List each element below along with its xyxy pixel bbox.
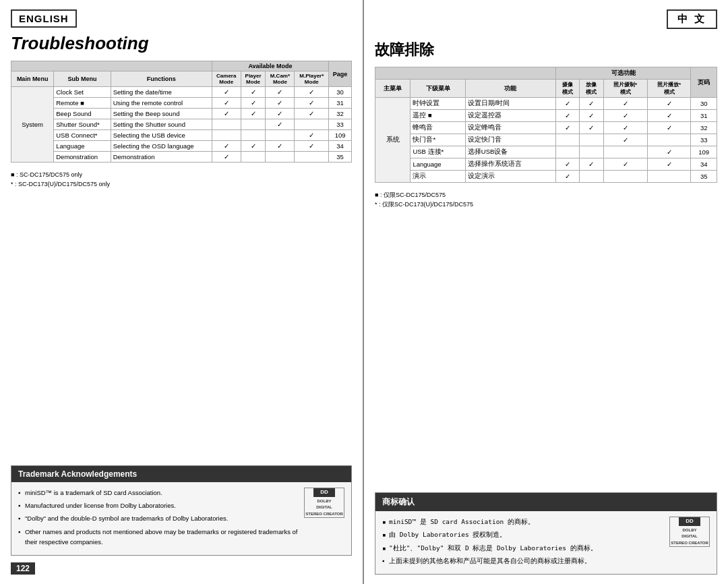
- trademark-item-2: "Dolby" and the double-D symbol are trad…: [18, 513, 299, 523]
- cn-submenu: USB 连接*: [411, 146, 465, 158]
- en-function: Using the remote control: [111, 98, 212, 109]
- trademark-text-en: miniSD™ is a trademark of SD card Associ…: [18, 488, 299, 550]
- en-submenu: USB Connect*: [54, 130, 111, 141]
- trademark-box-cn: 商标确认 miniSD™ 是 SD card Association 的商标。 …: [375, 492, 717, 575]
- trademark-title-en: Trademark Acknowledgements: [11, 466, 351, 482]
- en-page: 30: [329, 87, 352, 98]
- trademark-cn-item-0: miniSD™ 是 SD card Association 的商标。: [382, 517, 664, 527]
- cn-mode-cam: ✓: [555, 110, 579, 122]
- cn-function: 设定演示: [465, 171, 555, 183]
- cn-page: 109: [691, 146, 717, 158]
- cn-mode-play: ✓: [580, 110, 603, 122]
- dolby-logo-cn: DD DOLBYDIGITALSTEREO CREATOR: [669, 517, 710, 547]
- cn-mode-cam: ✓: [555, 98, 579, 110]
- cn-mode-cam: ✓: [555, 171, 579, 183]
- en-mode-mcam: ✓: [266, 109, 295, 119]
- cn-mode-mcam: ✓: [603, 110, 647, 122]
- en-mode-cam: [212, 130, 241, 141]
- en-mode-play: ✓: [241, 87, 266, 98]
- en-mode-cam: ✓: [212, 141, 241, 152]
- cn-mode-play: ✓: [580, 122, 603, 134]
- cn-mode-play: [580, 146, 603, 158]
- left-panel: ENGLISH Troubleshooting Available Mode P…: [0, 0, 364, 584]
- en-page: 35: [329, 152, 352, 163]
- en-mode-play: [241, 152, 266, 163]
- en-function: Setting the date/time: [111, 87, 212, 98]
- en-mode-mcam: ✓: [266, 119, 295, 130]
- en-table: Available Mode Page Main Menu Sub Menu F…: [11, 61, 352, 163]
- en-page: 31: [329, 98, 352, 109]
- en-submenu: Language: [54, 141, 111, 152]
- cn-mode-cam: [555, 134, 579, 146]
- cn-function: 设定快门音: [465, 134, 555, 146]
- available-mode-header-cn: 可选功能: [555, 67, 691, 80]
- en-page: 34: [329, 141, 352, 152]
- cn-mode-play: [580, 171, 603, 183]
- en-mode-mcam: ✓: [266, 141, 295, 152]
- trademark-title-cn: 商标确认: [375, 493, 717, 511]
- trademark-cn-item-3: 上面未提到的其他名称和产品可能是其各自公司的商标或注册商标。: [382, 556, 664, 566]
- cn-page: 32: [691, 122, 717, 134]
- en-function: Selecting the OSD language: [111, 141, 212, 152]
- cn-mode-mplay: ✓: [647, 110, 691, 122]
- en-function: Demonstration: [111, 152, 212, 163]
- cn-page: 33: [691, 134, 717, 146]
- cn-mode-cam: [555, 146, 579, 158]
- en-submenu: Clock Set: [54, 87, 111, 98]
- trademark-item-1: Manufactured under license from Dolby La…: [18, 500, 299, 510]
- cn-badge: 中 文: [667, 9, 717, 29]
- en-submenu: Shutter Sound*: [54, 119, 111, 130]
- en-mode-play: ✓: [241, 141, 266, 152]
- en-mode-play: [241, 130, 266, 141]
- cn-submenu: 时钟设置: [411, 98, 465, 110]
- en-mode-mplay: [295, 119, 329, 130]
- page-number: 122: [11, 560, 352, 575]
- en-mode-cam: ✓: [212, 152, 241, 163]
- en-mode-mplay: [295, 152, 329, 163]
- cn-mode-mplay: ✓: [647, 98, 691, 110]
- en-mode-cam: ✓: [212, 98, 241, 109]
- cn-mode-mplay: ✓: [647, 146, 691, 158]
- en-submenu: Demonstration: [54, 152, 111, 163]
- dolby-logo-en: DD DOLBYDIGITALSTEREO CREATOR: [304, 488, 344, 518]
- cn-mode-play: ✓: [580, 98, 603, 110]
- cn-mode-mcam: [603, 171, 647, 183]
- trademark-cn-item-1: 由 Dolby Laboratories 授权制造。: [382, 529, 664, 539]
- cn-submenu: 遥控 ■: [411, 110, 465, 122]
- en-footnotes: ■ : SC-DC175/DC575 only * : SC-DC173(U)/…: [11, 171, 352, 189]
- cn-submenu: 快门音*: [411, 134, 465, 146]
- en-mode-play: [241, 119, 266, 130]
- cn-function: 设定遥控器: [465, 110, 555, 122]
- en-mode-mcam: ✓: [266, 87, 295, 98]
- en-mode-mplay: ✓: [295, 109, 329, 119]
- cn-function: 选择操作系统语言: [465, 158, 555, 171]
- right-panel: 中 文 故障排除 可选功能 页码 主菜单 下级菜单 功能 摄像模式 放像模式 照…: [364, 0, 728, 584]
- cn-function: 设定蜂鸣音: [465, 122, 555, 134]
- cn-mode-mplay: [647, 134, 691, 146]
- cn-mode-play: ✓: [580, 158, 603, 171]
- cn-mode-mplay: ✓: [647, 122, 691, 134]
- cn-submenu: 演示: [411, 171, 465, 183]
- cn-mode-play: [580, 134, 603, 146]
- cn-mode-mplay: ✓: [647, 158, 691, 171]
- cn-mode-mcam: ✓: [603, 158, 647, 171]
- en-mode-mplay: ✓: [295, 141, 329, 152]
- en-mode-mcam: [266, 152, 295, 163]
- available-mode-header: Available Mode: [212, 61, 329, 71]
- left-title: Troubleshooting: [11, 33, 352, 54]
- trademark-box-en: Trademark Acknowledgements miniSD™ is a …: [11, 465, 352, 556]
- trademark-item-0: miniSD™ is a trademark of SD card Associ…: [18, 488, 299, 498]
- en-submenu: Beep Sound: [54, 109, 111, 119]
- en-mode-mplay: ✓: [295, 130, 329, 141]
- en-mode-mplay: ✓: [295, 87, 329, 98]
- cn-page: 35: [691, 171, 717, 183]
- cn-mode-cam: ✓: [555, 122, 579, 134]
- cn-mode-mcam: ✓: [603, 98, 647, 110]
- en-mode-cam: ✓: [212, 87, 241, 98]
- en-page: 33: [329, 119, 352, 130]
- cn-page: 30: [691, 98, 717, 110]
- cn-page: 31: [691, 110, 717, 122]
- en-mode-play: ✓: [241, 109, 266, 119]
- cn-mode-mplay: [647, 171, 691, 183]
- en-mode-play: ✓: [241, 98, 266, 109]
